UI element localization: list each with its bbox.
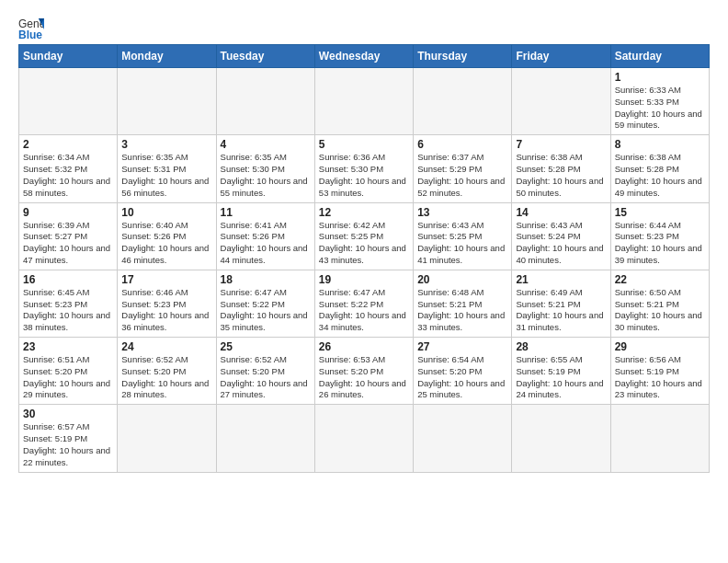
calendar-cell: 23Sunrise: 6:51 AMSunset: 5:20 PMDayligh… <box>19 338 118 405</box>
day-number: 18 <box>221 273 311 286</box>
calendar-cell: 20Sunrise: 6:48 AMSunset: 5:21 PMDayligh… <box>414 270 512 337</box>
calendar-cell: 4Sunrise: 6:35 AMSunset: 5:30 PMDaylight… <box>216 135 314 202</box>
calendar-cell: 14Sunrise: 6:43 AMSunset: 5:24 PMDayligh… <box>512 202 610 270</box>
calendar-cell: 2Sunrise: 6:34 AMSunset: 5:32 PMDaylight… <box>19 135 118 202</box>
calendar-week-row: 23Sunrise: 6:51 AMSunset: 5:20 PMDayligh… <box>19 338 710 405</box>
day-info: Sunrise: 6:44 AMSunset: 5:23 PMDaylight:… <box>615 220 705 267</box>
day-number: 30 <box>23 408 113 420</box>
calendar-cell: 29Sunrise: 6:56 AMSunset: 5:19 PMDayligh… <box>610 338 709 405</box>
weekday-header-row: SundayMondayTuesdayWednesdayThursdayFrid… <box>19 45 710 68</box>
calendar-cell: 3Sunrise: 6:35 AMSunset: 5:31 PMDaylight… <box>118 135 216 202</box>
day-number: 6 <box>417 138 507 151</box>
calendar-cell: 30Sunrise: 6:57 AMSunset: 5:19 PMDayligh… <box>19 405 118 472</box>
calendar-week-row: 1Sunrise: 6:33 AMSunset: 5:33 PMDaylight… <box>19 68 710 135</box>
day-info: Sunrise: 6:52 AMSunset: 5:20 PMDaylight:… <box>121 354 211 401</box>
day-number: 12 <box>319 206 409 219</box>
day-number: 15 <box>615 206 705 219</box>
day-number: 8 <box>615 138 705 151</box>
calendar-cell: 19Sunrise: 6:47 AMSunset: 5:22 PMDayligh… <box>314 270 413 337</box>
day-number: 23 <box>23 340 113 353</box>
calendar-cell <box>414 68 512 135</box>
day-info: Sunrise: 6:38 AMSunset: 5:28 PMDaylight:… <box>516 152 606 199</box>
day-info: Sunrise: 6:46 AMSunset: 5:23 PMDaylight:… <box>121 287 211 334</box>
weekday-header-saturday: Saturday <box>610 45 709 68</box>
day-info: Sunrise: 6:43 AMSunset: 5:24 PMDaylight:… <box>516 220 606 267</box>
calendar-cell <box>610 405 709 472</box>
calendar-cell: 22Sunrise: 6:50 AMSunset: 5:21 PMDayligh… <box>610 270 709 337</box>
day-info: Sunrise: 6:37 AMSunset: 5:29 PMDaylight:… <box>417 152 507 199</box>
calendar-cell <box>314 68 413 135</box>
day-info: Sunrise: 6:48 AMSunset: 5:21 PMDaylight:… <box>417 287 507 334</box>
header: General Blue <box>18 15 710 40</box>
calendar-cell: 10Sunrise: 6:40 AMSunset: 5:26 PMDayligh… <box>118 202 216 270</box>
calendar-week-row: 2Sunrise: 6:34 AMSunset: 5:32 PMDaylight… <box>19 135 710 202</box>
day-info: Sunrise: 6:38 AMSunset: 5:28 PMDaylight:… <box>615 152 705 199</box>
weekday-header-friday: Friday <box>512 45 610 68</box>
calendar-cell <box>216 405 314 472</box>
calendar-cell: 11Sunrise: 6:41 AMSunset: 5:26 PMDayligh… <box>216 202 314 270</box>
day-number: 25 <box>221 340 311 353</box>
day-number: 14 <box>516 206 606 219</box>
calendar-cell: 18Sunrise: 6:47 AMSunset: 5:22 PMDayligh… <box>216 270 314 337</box>
calendar-cell <box>216 68 314 135</box>
calendar-cell: 26Sunrise: 6:53 AMSunset: 5:20 PMDayligh… <box>314 338 413 405</box>
day-info: Sunrise: 6:34 AMSunset: 5:32 PMDaylight:… <box>23 152 113 199</box>
day-info: Sunrise: 6:39 AMSunset: 5:27 PMDaylight:… <box>23 220 113 267</box>
logo: General Blue <box>18 15 48 40</box>
day-number: 16 <box>23 273 113 286</box>
day-info: Sunrise: 6:47 AMSunset: 5:22 PMDaylight:… <box>221 287 311 334</box>
logo-icon: General Blue <box>18 15 44 40</box>
calendar-week-row: 16Sunrise: 6:45 AMSunset: 5:23 PMDayligh… <box>19 270 710 337</box>
weekday-header-wednesday: Wednesday <box>314 45 413 68</box>
day-number: 17 <box>121 273 211 286</box>
calendar-cell: 1Sunrise: 6:33 AMSunset: 5:33 PMDaylight… <box>610 68 709 135</box>
calendar-cell: 15Sunrise: 6:44 AMSunset: 5:23 PMDayligh… <box>610 202 709 270</box>
day-number: 7 <box>516 138 606 151</box>
day-number: 24 <box>121 340 211 353</box>
calendar-cell <box>19 68 118 135</box>
day-info: Sunrise: 6:35 AMSunset: 5:31 PMDaylight:… <box>121 152 211 199</box>
calendar-cell: 12Sunrise: 6:42 AMSunset: 5:25 PMDayligh… <box>314 202 413 270</box>
calendar-week-row: 30Sunrise: 6:57 AMSunset: 5:19 PMDayligh… <box>19 405 710 472</box>
day-number: 4 <box>221 138 311 151</box>
weekday-header-monday: Monday <box>118 45 216 68</box>
day-info: Sunrise: 6:56 AMSunset: 5:19 PMDaylight:… <box>615 354 705 401</box>
day-info: Sunrise: 6:45 AMSunset: 5:23 PMDaylight:… <box>23 287 113 334</box>
calendar-cell: 5Sunrise: 6:36 AMSunset: 5:30 PMDaylight… <box>314 135 413 202</box>
calendar-cell: 16Sunrise: 6:45 AMSunset: 5:23 PMDayligh… <box>19 270 118 337</box>
calendar-cell <box>314 405 413 472</box>
weekday-header-thursday: Thursday <box>414 45 512 68</box>
day-info: Sunrise: 6:50 AMSunset: 5:21 PMDaylight:… <box>615 287 705 334</box>
day-number: 11 <box>221 206 311 219</box>
day-number: 19 <box>319 273 409 286</box>
day-info: Sunrise: 6:47 AMSunset: 5:22 PMDaylight:… <box>319 287 409 334</box>
weekday-header-sunday: Sunday <box>19 45 118 68</box>
day-info: Sunrise: 6:36 AMSunset: 5:30 PMDaylight:… <box>319 152 409 199</box>
calendar-table: SundayMondayTuesdayWednesdayThursdayFrid… <box>18 44 710 473</box>
day-info: Sunrise: 6:40 AMSunset: 5:26 PMDaylight:… <box>121 220 211 267</box>
calendar-cell: 27Sunrise: 6:54 AMSunset: 5:20 PMDayligh… <box>414 338 512 405</box>
calendar-cell <box>118 68 216 135</box>
day-number: 10 <box>121 206 211 219</box>
day-info: Sunrise: 6:33 AMSunset: 5:33 PMDaylight:… <box>615 85 705 132</box>
calendar-cell: 21Sunrise: 6:49 AMSunset: 5:21 PMDayligh… <box>512 270 610 337</box>
day-number: 2 <box>23 138 113 151</box>
day-number: 26 <box>319 340 409 353</box>
calendar-cell: 28Sunrise: 6:55 AMSunset: 5:19 PMDayligh… <box>512 338 610 405</box>
day-number: 5 <box>319 138 409 151</box>
calendar-cell <box>414 405 512 472</box>
day-info: Sunrise: 6:54 AMSunset: 5:20 PMDaylight:… <box>417 354 507 401</box>
calendar-cell: 17Sunrise: 6:46 AMSunset: 5:23 PMDayligh… <box>118 270 216 337</box>
day-info: Sunrise: 6:49 AMSunset: 5:21 PMDaylight:… <box>516 287 606 334</box>
page: General Blue SundayMondayTuesdayWednesda… <box>0 0 728 482</box>
day-number: 20 <box>417 273 507 286</box>
day-number: 29 <box>615 340 705 353</box>
day-number: 22 <box>615 273 705 286</box>
calendar-cell <box>512 405 610 472</box>
day-info: Sunrise: 6:52 AMSunset: 5:20 PMDaylight:… <box>221 354 311 401</box>
svg-text:Blue: Blue <box>18 29 42 40</box>
day-number: 27 <box>417 340 507 353</box>
day-number: 1 <box>615 71 705 84</box>
calendar-cell: 24Sunrise: 6:52 AMSunset: 5:20 PMDayligh… <box>118 338 216 405</box>
calendar-week-row: 9Sunrise: 6:39 AMSunset: 5:27 PMDaylight… <box>19 202 710 270</box>
